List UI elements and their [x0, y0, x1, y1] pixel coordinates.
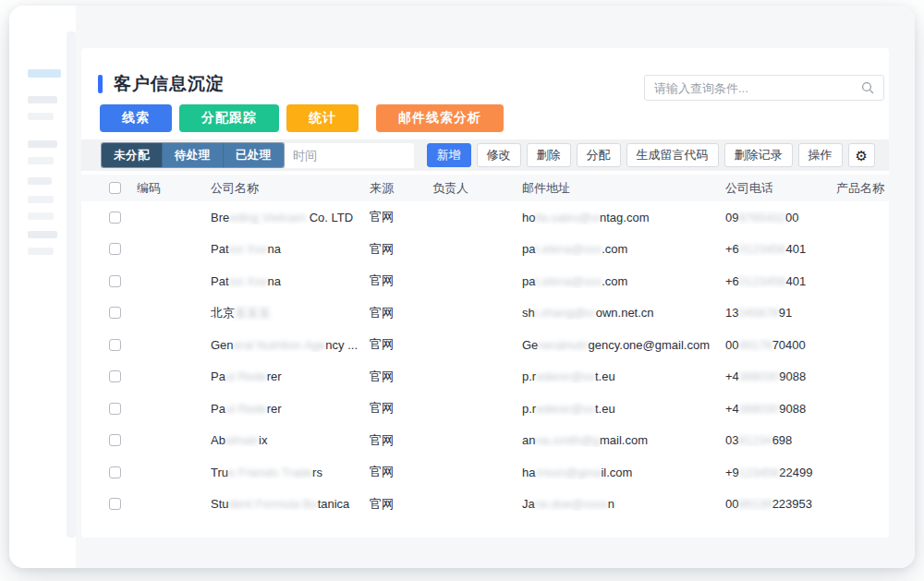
visible-text: +4: [725, 369, 739, 383]
visible-text: Gen: [211, 338, 234, 352]
visible-text: rs: [312, 466, 322, 479]
sidebar-item[interactable]: [28, 177, 52, 185]
visible-text: Pat: [211, 242, 229, 256]
redacted-text: 某某某: [235, 306, 271, 320]
visible-text: +9: [725, 466, 739, 479]
visible-text: Ja: [522, 497, 535, 511]
row-checkbox[interactable]: [109, 466, 121, 478]
row-checkbox[interactable]: [109, 498, 121, 510]
status-tab-pending[interactable]: 待处理: [162, 143, 223, 167]
visible-text: ha: [522, 466, 535, 479]
screenshot-stage: 客户信息沉淀 线索分配跟踪统计邮件线索分析 未分配待处理已处理: [0, 0, 924, 581]
sidebar-item[interactable]: [28, 248, 54, 255]
visible-text: tanica: [318, 497, 350, 511]
redacted-text: 81234: [738, 433, 772, 447]
search-input[interactable]: [654, 81, 861, 95]
sidebar-item[interactable]: [28, 212, 54, 220]
table-row: 北京某某某 官网 shi.zhang@crown.net.cn 13045678…: [81, 297, 889, 330]
cell-email: harrison@gmail.com: [522, 466, 725, 479]
visible-text: sh: [522, 306, 535, 320]
visible-text: p.r: [522, 369, 536, 383]
row-checkbox[interactable]: [109, 403, 121, 415]
edit-button[interactable]: 修改: [477, 143, 521, 167]
visible-text: 00: [725, 338, 738, 352]
row-checkbox[interactable]: [109, 212, 121, 224]
sidebar-item-active[interactable]: [28, 69, 61, 78]
sidebar-item[interactable]: [28, 231, 57, 238]
cell-company: Breeding Vietnam Co. LTD: [211, 211, 370, 224]
visible-text: ntag.com: [600, 211, 649, 224]
visible-text: Pat: [211, 274, 229, 288]
column-header: 公司名称: [211, 180, 370, 197]
redacted-text: 123456: [739, 466, 779, 479]
redacted-text: 366030: [739, 369, 779, 383]
search-icon[interactable]: [861, 81, 874, 94]
main-area: 客户信息沉淀 线索分配跟踪统计邮件线索分析 未分配待处理已处理: [76, 6, 915, 568]
sidebar-item[interactable]: [28, 113, 54, 120]
redacted-text: eral Nutrition Age: [234, 338, 326, 352]
nav-button-assign-track[interactable]: 分配跟踪: [179, 104, 279, 132]
table-row: Breeding Vietnam Co. LTD 官网 holla.sales@…: [81, 201, 889, 234]
sidebar-item[interactable]: [28, 157, 54, 164]
delete-button[interactable]: 删除: [527, 143, 571, 167]
cell-company: Abelmatrix: [211, 433, 370, 447]
visible-text: t.eu: [595, 369, 615, 383]
row-checkbox[interactable]: [109, 370, 121, 382]
select-all-checkbox[interactable]: [109, 182, 121, 194]
page-title: 客户信息沉淀: [114, 72, 225, 96]
column-header: 邮件地址: [522, 180, 725, 197]
visible-text: 223953: [772, 497, 812, 511]
sidebar: [9, 6, 67, 568]
visible-text: ix: [259, 433, 267, 447]
operate-button[interactable]: 操作: [798, 143, 843, 167]
row-checkbox[interactable]: [109, 275, 121, 287]
redacted-text: xxi Xxe: [229, 274, 268, 288]
sidebar-item[interactable]: [28, 140, 57, 148]
add-button[interactable]: 新增: [427, 143, 471, 167]
cell-email: Generalnutrigency.one@gmail.com: [522, 338, 725, 352]
cell-company: Patxxi Xxena: [211, 242, 370, 256]
cell-phone: 0381234698: [725, 433, 836, 447]
cell-company: Paul Rederer: [211, 369, 370, 383]
redacted-text: ederer@xx: [536, 369, 595, 383]
table-row: Patxxi Xxena 官网 pat.elena@xxx.com +60123…: [81, 234, 889, 266]
delete-records-button[interactable]: 删除记录: [724, 143, 793, 167]
visible-text: Tru: [211, 466, 228, 479]
column-header: 编码: [137, 180, 211, 197]
visible-text: 03: [725, 433, 738, 447]
visible-text: 22499: [779, 466, 812, 479]
visible-text: rer: [267, 369, 282, 383]
cell-phone: +43660309088: [725, 402, 836, 416]
cell-email: shi.zhang@crown.net.cn: [522, 306, 725, 320]
title-accent-bar: [98, 75, 103, 93]
content-card: 客户信息沉淀 线索分配跟踪统计邮件线索分析 未分配待处理已处理: [81, 48, 889, 538]
column-header: 产品名称: [836, 180, 889, 197]
visible-text: Ge: [522, 338, 538, 352]
nav-button-email-lead-analysis[interactable]: 邮件线索分析: [376, 104, 504, 132]
assign-button[interactable]: 分配: [577, 143, 621, 167]
sidebar-divider: [67, 31, 76, 538]
cell-company: Student Formula Botanica: [211, 497, 370, 511]
row-checkbox[interactable]: [109, 307, 121, 319]
search-box: [644, 75, 884, 101]
redacted-text: e Friends Trade: [228, 466, 312, 479]
settings-gear-icon[interactable]: ⚙: [848, 143, 875, 167]
visible-text: na: [267, 274, 280, 288]
column-header: 公司电话: [725, 180, 836, 197]
visible-text: 401: [785, 274, 806, 288]
sidebar-item[interactable]: [28, 196, 54, 203]
visible-text: .com: [602, 242, 627, 256]
status-tab-processed[interactable]: 已处理: [223, 143, 284, 167]
visible-text: 9088: [779, 369, 806, 383]
sidebar-item[interactable]: [28, 96, 57, 103]
status-tab-unassigned[interactable]: 未分配: [102, 143, 162, 167]
table-row: Paul Rederer 官网 p.rederer@xxt.eu +436603…: [81, 361, 889, 393]
row-checkbox[interactable]: [109, 339, 121, 351]
row-checkbox[interactable]: [109, 434, 121, 446]
row-checkbox[interactable]: [109, 243, 121, 255]
nav-button-statistics[interactable]: 统计: [286, 104, 359, 132]
generate-message-code-button[interactable]: 生成留言代码: [626, 143, 719, 167]
cell-phone: 09876543200: [725, 211, 836, 224]
nav-button-leads[interactable]: 线索: [100, 104, 172, 132]
cell-email: anna.smith@gmail.com: [522, 433, 725, 447]
